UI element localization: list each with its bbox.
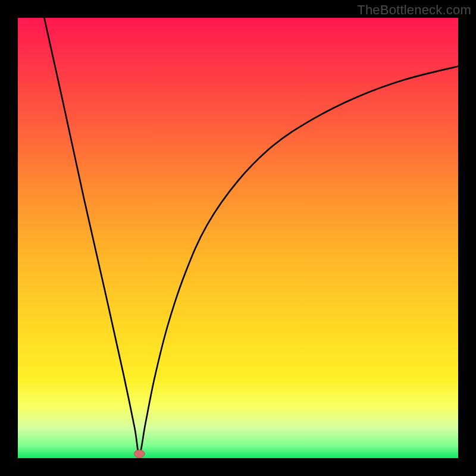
plot-area [18, 18, 458, 458]
bottleneck-curve [44, 18, 458, 454]
curve-layer [18, 18, 458, 458]
watermark-text: TheBottleneck.com [357, 2, 471, 18]
chart-frame: TheBottleneck.com [0, 0, 476, 476]
minimum-dot [134, 450, 145, 458]
